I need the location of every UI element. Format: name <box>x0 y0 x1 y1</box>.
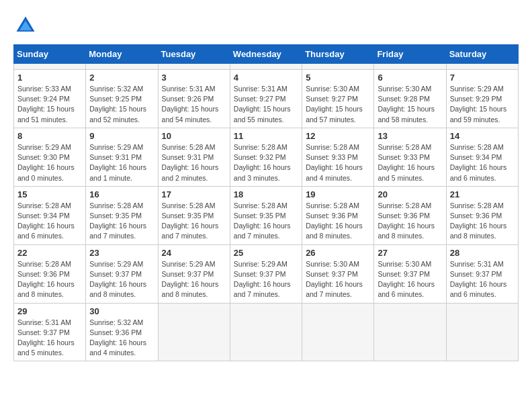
day-number: 17 <box>162 189 226 199</box>
calendar-cell: 19Sunrise: 5:28 AMSunset: 9:36 PMDayligh… <box>302 186 374 244</box>
day-number: 15 <box>17 189 82 199</box>
day-number: 23 <box>89 248 154 258</box>
day-info: Sunrise: 5:30 AMSunset: 9:37 PMDaylight:… <box>306 259 370 300</box>
calendar-cell: 24Sunrise: 5:29 AMSunset: 9:37 PMDayligh… <box>158 244 230 303</box>
calendar-cell: 3Sunrise: 5:31 AMSunset: 9:26 PMDaylight… <box>158 70 230 128</box>
day-number: 20 <box>378 189 442 199</box>
day-info: Sunrise: 5:31 AMSunset: 9:27 PMDaylight:… <box>234 84 298 125</box>
calendar-week-row: 29Sunrise: 5:31 AMSunset: 9:37 PMDayligh… <box>14 303 519 361</box>
calendar-cell <box>230 64 302 70</box>
day-info: Sunrise: 5:29 AMSunset: 9:30 PMDaylight:… <box>17 142 82 183</box>
calendar-week-row <box>14 64 519 70</box>
day-number: 18 <box>234 189 298 199</box>
day-info: Sunrise: 5:32 AMSunset: 9:36 PMDaylight:… <box>89 318 154 359</box>
day-info: Sunrise: 5:28 AMSunset: 9:35 PMDaylight:… <box>89 201 154 242</box>
calendar-table: SundayMondayTuesdayWednesdayThursdayFrid… <box>13 44 519 361</box>
day-info: Sunrise: 5:32 AMSunset: 9:25 PMDaylight:… <box>89 84 154 125</box>
day-number: 11 <box>234 131 298 141</box>
day-number: 9 <box>89 131 154 141</box>
day-number: 22 <box>17 248 82 258</box>
calendar-cell <box>302 303 374 361</box>
calendar-week-row: 22Sunrise: 5:28 AMSunset: 9:36 PMDayligh… <box>14 244 519 303</box>
calendar-cell <box>374 303 446 361</box>
day-info: Sunrise: 5:28 AMSunset: 9:34 PMDaylight:… <box>450 142 515 183</box>
calendar-cell: 7Sunrise: 5:29 AMSunset: 9:29 PMDaylight… <box>446 70 518 128</box>
day-of-week-header: Sunday <box>14 45 86 64</box>
day-info: Sunrise: 5:28 AMSunset: 9:33 PMDaylight:… <box>306 142 370 183</box>
day-number: 7 <box>450 73 515 83</box>
day-info: Sunrise: 5:28 AMSunset: 9:36 PMDaylight:… <box>306 201 370 242</box>
day-number: 30 <box>89 306 154 316</box>
calendar-cell: 1Sunrise: 5:33 AMSunset: 9:24 PMDaylight… <box>14 70 86 128</box>
calendar-cell <box>374 64 446 70</box>
day-info: Sunrise: 5:28 AMSunset: 9:33 PMDaylight:… <box>378 142 442 183</box>
day-number: 1 <box>17 73 82 83</box>
day-info: Sunrise: 5:30 AMSunset: 9:27 PMDaylight:… <box>306 84 370 125</box>
calendar-cell: 29Sunrise: 5:31 AMSunset: 9:37 PMDayligh… <box>14 303 86 361</box>
day-number: 2 <box>89 73 154 83</box>
calendar-cell: 13Sunrise: 5:28 AMSunset: 9:33 PMDayligh… <box>374 128 446 186</box>
day-number: 10 <box>162 131 226 141</box>
calendar-cell <box>446 303 518 361</box>
calendar-cell: 28Sunrise: 5:31 AMSunset: 9:37 PMDayligh… <box>446 244 518 303</box>
day-info: Sunrise: 5:33 AMSunset: 9:24 PMDaylight:… <box>17 84 82 125</box>
calendar-cell: 16Sunrise: 5:28 AMSunset: 9:35 PMDayligh… <box>86 186 158 244</box>
day-number: 12 <box>306 131 370 141</box>
day-of-week-header: Wednesday <box>230 45 302 64</box>
page-header <box>13 13 519 38</box>
day-info: Sunrise: 5:28 AMSunset: 9:34 PMDaylight:… <box>17 201 82 242</box>
calendar-header-row: SundayMondayTuesdayWednesdayThursdayFrid… <box>14 45 519 64</box>
day-info: Sunrise: 5:29 AMSunset: 9:31 PMDaylight:… <box>89 142 154 183</box>
calendar-cell: 4Sunrise: 5:31 AMSunset: 9:27 PMDaylight… <box>230 70 302 128</box>
day-info: Sunrise: 5:31 AMSunset: 9:37 PMDaylight:… <box>450 259 515 300</box>
day-number: 8 <box>17 131 82 141</box>
day-number: 4 <box>234 73 298 83</box>
day-number: 19 <box>306 189 370 199</box>
day-info: Sunrise: 5:28 AMSunset: 9:36 PMDaylight:… <box>378 201 442 242</box>
day-of-week-header: Monday <box>86 45 158 64</box>
calendar-cell: 14Sunrise: 5:28 AMSunset: 9:34 PMDayligh… <box>446 128 518 186</box>
day-number: 5 <box>306 73 370 83</box>
calendar-cell: 5Sunrise: 5:30 AMSunset: 9:27 PMDaylight… <box>302 70 374 128</box>
day-of-week-header: Saturday <box>446 45 518 64</box>
day-of-week-header: Thursday <box>302 45 374 64</box>
day-number: 14 <box>450 131 515 141</box>
day-info: Sunrise: 5:28 AMSunset: 9:36 PMDaylight:… <box>17 259 82 300</box>
day-info: Sunrise: 5:29 AMSunset: 9:37 PMDaylight:… <box>89 259 154 300</box>
day-of-week-header: Tuesday <box>158 45 230 64</box>
calendar-cell: 26Sunrise: 5:30 AMSunset: 9:37 PMDayligh… <box>302 244 374 303</box>
calendar-cell: 30Sunrise: 5:32 AMSunset: 9:36 PMDayligh… <box>86 303 158 361</box>
calendar-cell: 27Sunrise: 5:30 AMSunset: 9:37 PMDayligh… <box>374 244 446 303</box>
calendar-cell: 20Sunrise: 5:28 AMSunset: 9:36 PMDayligh… <box>374 186 446 244</box>
day-number: 26 <box>306 248 370 258</box>
day-number: 3 <box>162 73 226 83</box>
day-number: 6 <box>378 73 442 83</box>
day-info: Sunrise: 5:29 AMSunset: 9:37 PMDaylight:… <box>162 259 226 300</box>
calendar-cell: 2Sunrise: 5:32 AMSunset: 9:25 PMDaylight… <box>86 70 158 128</box>
calendar-week-row: 15Sunrise: 5:28 AMSunset: 9:34 PMDayligh… <box>14 186 519 244</box>
day-number: 25 <box>234 248 298 258</box>
day-info: Sunrise: 5:31 AMSunset: 9:26 PMDaylight:… <box>162 84 226 125</box>
calendar-cell <box>158 303 230 361</box>
calendar-cell: 10Sunrise: 5:28 AMSunset: 9:31 PMDayligh… <box>158 128 230 186</box>
day-number: 28 <box>450 248 515 258</box>
calendar-cell: 6Sunrise: 5:30 AMSunset: 9:28 PMDaylight… <box>374 70 446 128</box>
day-info: Sunrise: 5:30 AMSunset: 9:28 PMDaylight:… <box>378 84 442 125</box>
calendar-cell: 9Sunrise: 5:29 AMSunset: 9:31 PMDaylight… <box>86 128 158 186</box>
calendar-cell: 8Sunrise: 5:29 AMSunset: 9:30 PMDaylight… <box>14 128 86 186</box>
day-info: Sunrise: 5:28 AMSunset: 9:31 PMDaylight:… <box>162 142 226 183</box>
day-info: Sunrise: 5:29 AMSunset: 9:29 PMDaylight:… <box>450 84 515 125</box>
day-number: 16 <box>89 189 154 199</box>
calendar-cell <box>446 64 518 70</box>
logo-icon <box>13 13 38 38</box>
calendar-cell: 17Sunrise: 5:28 AMSunset: 9:35 PMDayligh… <box>158 186 230 244</box>
day-number: 13 <box>378 131 442 141</box>
calendar-cell: 21Sunrise: 5:28 AMSunset: 9:36 PMDayligh… <box>446 186 518 244</box>
day-info: Sunrise: 5:31 AMSunset: 9:37 PMDaylight:… <box>17 318 82 359</box>
day-number: 27 <box>378 248 442 258</box>
calendar-cell: 25Sunrise: 5:29 AMSunset: 9:37 PMDayligh… <box>230 244 302 303</box>
calendar-cell: 22Sunrise: 5:28 AMSunset: 9:36 PMDayligh… <box>14 244 86 303</box>
calendar-cell <box>14 64 86 70</box>
calendar-cell: 18Sunrise: 5:28 AMSunset: 9:35 PMDayligh… <box>230 186 302 244</box>
calendar-cell: 12Sunrise: 5:28 AMSunset: 9:33 PMDayligh… <box>302 128 374 186</box>
